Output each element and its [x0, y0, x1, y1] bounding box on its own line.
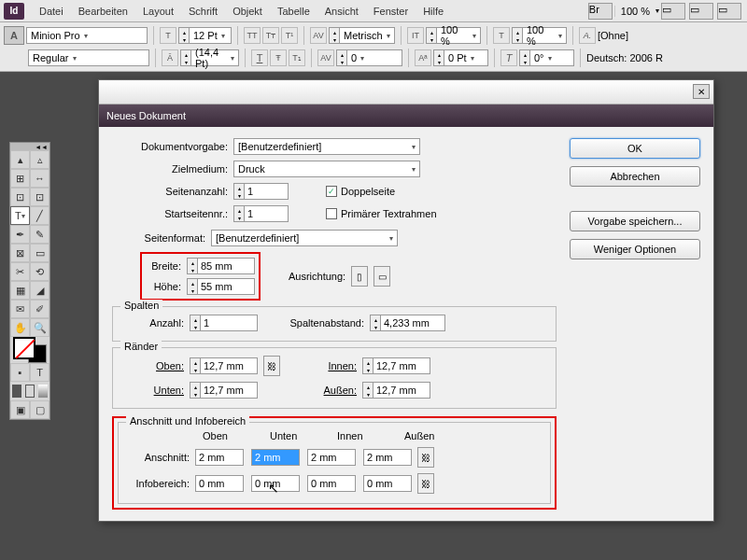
gradient-swatch-tool[interactable]: ▦: [10, 281, 30, 300]
margin-outside-input[interactable]: 12,7 mm: [373, 382, 430, 399]
hand-tool[interactable]: ✋: [10, 318, 30, 337]
fewer-options-button[interactable]: Weniger Optionen: [570, 239, 700, 259]
screen-mode-preview[interactable]: ▢: [30, 400, 49, 419]
bleed-inside-input[interactable]: 2 mm: [307, 449, 356, 466]
pagesize-label: Seitenformat:: [112, 232, 211, 244]
font-style-dropdown[interactable]: Regular: [28, 49, 149, 66]
direct-selection-tool[interactable]: ▵: [30, 150, 49, 169]
content-placer-tool[interactable]: ⊡: [30, 188, 49, 206]
zoom-tool[interactable]: 🔍: [30, 318, 49, 337]
baseline-input[interactable]: 0 Pt: [444, 49, 488, 66]
arrange-icon[interactable]: ▭: [717, 3, 741, 20]
height-input[interactable]: 55 mm: [197, 278, 255, 295]
bleed-link-icon[interactable]: ⛓: [417, 447, 434, 468]
bleed-outside-input[interactable]: 2 mm: [363, 449, 412, 466]
bridge-button[interactable]: Br: [588, 3, 613, 20]
kerning-input[interactable]: Metrisch: [339, 27, 395, 44]
superscript-icon[interactable]: T¹: [281, 27, 298, 44]
apply-to-text-icon[interactable]: T: [30, 363, 49, 382]
margin-inside-input[interactable]: 12,7 mm: [373, 357, 430, 374]
note-tool[interactable]: ✉: [10, 300, 30, 318]
slug-top-input[interactable]: 0 mm: [195, 475, 244, 492]
bleed-bottom-input[interactable]: 2 mm: [251, 449, 300, 466]
pages-input[interactable]: 1: [244, 183, 289, 200]
ok-button[interactable]: OK: [570, 138, 700, 159]
rectangle-tool[interactable]: ▭: [30, 244, 49, 262]
menu-objekt[interactable]: Objekt: [225, 6, 270, 17]
slug-outside-input[interactable]: 0 mm: [363, 475, 412, 492]
colcount-input[interactable]: 1: [200, 315, 258, 331]
hscale-input[interactable]: 100 %: [522, 27, 567, 44]
margins-link-icon[interactable]: ⛓: [263, 356, 280, 376]
content-collector-tool[interactable]: ⊡: [10, 188, 30, 206]
view-mode-buttons[interactable]: [10, 382, 49, 400]
menu-tabelle[interactable]: Tabelle: [270, 6, 317, 17]
selection-tool[interactable]: ▴: [10, 150, 30, 169]
orientation-portrait-icon[interactable]: ▯: [351, 266, 368, 287]
startpage-input[interactable]: 1: [244, 205, 289, 222]
page-tool[interactable]: ⊞: [10, 169, 30, 188]
dialog-titlebar: ✕: [99, 80, 713, 105]
primary-textframe-label: Primärer Textrahmen: [341, 208, 437, 219]
skew-input[interactable]: 0°: [529, 49, 574, 66]
columns-group: Spalten Anzahl: ▴▾1 Spaltenabstand: ▴▾4,…: [112, 306, 557, 342]
gap-tool[interactable]: ↔: [30, 169, 49, 188]
strike-icon[interactable]: Ŧ: [270, 49, 287, 66]
font-size-icon: T: [160, 27, 176, 44]
gradient-feather-tool[interactable]: ◢: [30, 281, 49, 300]
underline-icon[interactable]: T: [251, 49, 268, 66]
orientation-label: Ausrichtung:: [289, 271, 345, 282]
pagesize-dropdown[interactable]: [Benutzerdefiniert]: [211, 230, 398, 246]
margin-bottom-input[interactable]: 12,7 mm: [200, 382, 258, 399]
eyedropper-tool[interactable]: ✐: [30, 300, 49, 318]
fill-stroke-swatch[interactable]: [10, 337, 49, 363]
font-size-input[interactable]: 12 Pt: [189, 27, 232, 44]
tracking-input[interactable]: 0: [346, 49, 402, 66]
subscript-icon[interactable]: T₁: [289, 49, 305, 66]
menu-bearbeiten[interactable]: Bearbeiten: [71, 6, 135, 17]
scissors-tool[interactable]: ✂: [10, 262, 30, 281]
bleed-legend: Anschnitt und Infobereich: [126, 415, 249, 427]
menu-schrift[interactable]: Schrift: [181, 6, 225, 17]
margin-top-input[interactable]: 12,7 mm: [200, 357, 258, 374]
screen-mode-normal[interactable]: ▣: [10, 400, 30, 419]
pencil-tool[interactable]: ✎: [30, 225, 49, 244]
free-transform-tool[interactable]: ⟲: [30, 262, 49, 281]
intent-dropdown[interactable]: Druck: [233, 161, 420, 177]
save-preset-button[interactable]: Vorgabe speichern...: [570, 211, 700, 231]
allcaps-icon[interactable]: TT: [244, 27, 261, 44]
dialog-title: Neues Dokument: [99, 105, 713, 127]
type-tool[interactable]: T: [10, 206, 30, 225]
view-options-icon[interactable]: ▭: [661, 3, 685, 20]
menu-layout[interactable]: Layout: [135, 6, 181, 17]
line-tool[interactable]: ╱: [30, 206, 49, 225]
pen-tool[interactable]: ✒: [10, 225, 30, 244]
menu-hilfe[interactable]: Hilfe: [416, 6, 451, 17]
apply-color-icon[interactable]: ▪: [10, 363, 30, 382]
panel-collapse-icon[interactable]: ◄◄: [10, 143, 49, 150]
char-format-icon[interactable]: A: [4, 26, 24, 45]
font-family-dropdown[interactable]: Minion Pro: [26, 27, 148, 44]
menu-datei[interactable]: Datei: [32, 6, 71, 17]
gutter-input[interactable]: 4,233 mm: [380, 315, 445, 331]
primary-textframe-checkbox[interactable]: [326, 208, 337, 219]
rectangle-frame-tool[interactable]: ⊠: [10, 244, 30, 262]
slug-inside-input[interactable]: 0 mm: [307, 475, 356, 492]
smallcaps-icon[interactable]: Tᴛ: [262, 27, 279, 44]
height-label: Höhe:: [146, 281, 187, 292]
zoom-level[interactable]: 100 %: [614, 6, 655, 17]
leading-input[interactable]: (14,4 Pt): [190, 49, 239, 66]
orientation-landscape-icon[interactable]: ▭: [374, 266, 390, 287]
vscale-input[interactable]: 100 %: [436, 27, 481, 44]
menu-fenster[interactable]: Fenster: [366, 6, 416, 17]
screen-mode-icon[interactable]: ▭: [689, 3, 713, 20]
width-input[interactable]: 85 mm: [197, 258, 255, 274]
close-icon[interactable]: ✕: [693, 84, 710, 99]
slug-link-icon[interactable]: ⛓: [417, 473, 434, 494]
preset-dropdown[interactable]: [Benutzerdefiniert]: [233, 138, 420, 155]
facing-pages-checkbox[interactable]: ✓: [326, 186, 337, 197]
bleed-group: Anschnitt und Infobereich Oben Unten Inn…: [118, 422, 551, 504]
menu-ansicht[interactable]: Ansicht: [317, 6, 366, 17]
bleed-top-input[interactable]: 2 mm: [195, 449, 244, 466]
cancel-button[interactable]: Abbrechen: [570, 166, 700, 187]
